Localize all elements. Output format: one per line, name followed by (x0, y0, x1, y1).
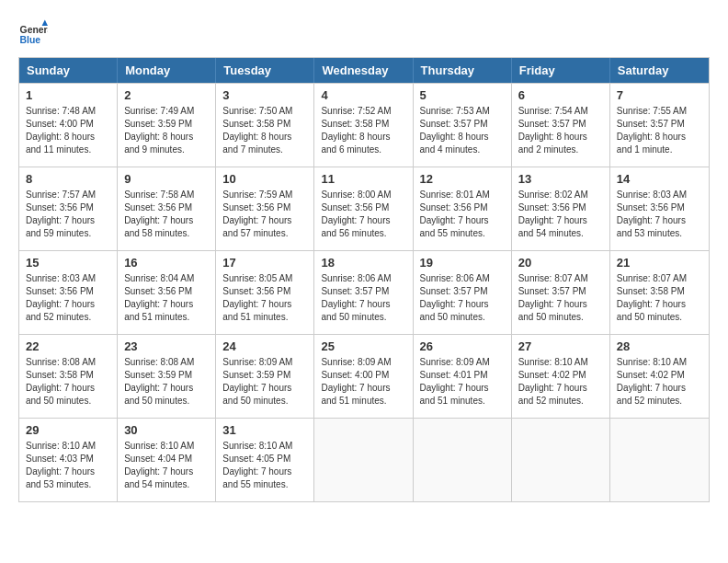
day-cell-13: 13Sunrise: 8:02 AM Sunset: 3:56 PM Dayli… (512, 167, 610, 250)
cell-info: Sunrise: 8:08 AM Sunset: 3:59 PM Dayligh… (124, 356, 209, 408)
header-day-thursday: Thursday (414, 58, 512, 83)
day-number: 26 (420, 339, 505, 353)
day-cell-12: 12Sunrise: 8:01 AM Sunset: 3:56 PM Dayli… (414, 167, 512, 250)
day-cell-23: 23Sunrise: 8:08 AM Sunset: 3:59 PM Dayli… (118, 335, 216, 418)
day-cell-24: 24Sunrise: 8:09 AM Sunset: 3:59 PM Dayli… (216, 335, 314, 418)
day-number: 1 (26, 88, 110, 102)
cell-info: Sunrise: 7:52 AM Sunset: 3:58 PM Dayligh… (321, 105, 405, 156)
day-number: 22 (26, 339, 110, 353)
day-cell-6: 6Sunrise: 7:54 AM Sunset: 3:57 PM Daylig… (512, 84, 610, 167)
day-cell-28: 28Sunrise: 8:10 AM Sunset: 4:02 PM Dayli… (610, 335, 709, 418)
day-number: 3 (222, 88, 307, 102)
calendar-week-4: 22Sunrise: 8:08 AM Sunset: 3:58 PM Dayli… (19, 334, 709, 418)
cell-info: Sunrise: 8:10 AM Sunset: 4:03 PM Dayligh… (26, 440, 110, 491)
cell-info: Sunrise: 7:57 AM Sunset: 3:56 PM Dayligh… (26, 189, 110, 240)
day-number: 19 (420, 256, 505, 270)
day-number: 24 (222, 339, 307, 353)
cell-info: Sunrise: 8:05 AM Sunset: 3:56 PM Dayligh… (222, 272, 307, 324)
day-number: 6 (518, 88, 603, 102)
empty-cell (314, 419, 413, 501)
cell-info: Sunrise: 8:01 AM Sunset: 3:56 PM Dayligh… (420, 189, 505, 240)
cell-info: Sunrise: 7:59 AM Sunset: 3:56 PM Dayligh… (222, 189, 307, 240)
cell-info: Sunrise: 8:10 AM Sunset: 4:02 PM Dayligh… (617, 356, 702, 408)
day-cell-8: 8Sunrise: 7:57 AM Sunset: 3:56 PM Daylig… (19, 167, 118, 250)
cell-info: Sunrise: 8:00 AM Sunset: 3:56 PM Dayligh… (321, 189, 405, 240)
day-cell-2: 2Sunrise: 7:49 AM Sunset: 3:59 PM Daylig… (118, 84, 216, 167)
day-cell-31: 31Sunrise: 8:10 AM Sunset: 4:05 PM Dayli… (216, 419, 314, 501)
calendar-week-5: 29Sunrise: 8:10 AM Sunset: 4:03 PM Dayli… (19, 418, 709, 501)
calendar-week-1: 1Sunrise: 7:48 AM Sunset: 4:00 PM Daylig… (19, 83, 709, 167)
day-number: 28 (617, 339, 702, 353)
day-number: 10 (222, 172, 307, 186)
day-cell-15: 15Sunrise: 8:03 AM Sunset: 3:56 PM Dayli… (19, 251, 118, 334)
cell-info: Sunrise: 8:03 AM Sunset: 3:56 PM Dayligh… (26, 272, 110, 324)
calendar: SundayMondayTuesdayWednesdayThursdayFrid… (18, 57, 710, 502)
day-number: 29 (26, 423, 110, 437)
cell-info: Sunrise: 8:09 AM Sunset: 4:00 PM Dayligh… (321, 356, 405, 408)
day-cell-22: 22Sunrise: 8:08 AM Sunset: 3:58 PM Dayli… (19, 335, 118, 418)
day-number: 18 (321, 256, 405, 270)
cell-info: Sunrise: 8:09 AM Sunset: 3:59 PM Dayligh… (222, 356, 307, 408)
cell-info: Sunrise: 7:50 AM Sunset: 3:58 PM Dayligh… (222, 105, 307, 156)
day-number: 31 (222, 423, 307, 437)
day-cell-5: 5Sunrise: 7:53 AM Sunset: 3:57 PM Daylig… (414, 84, 512, 167)
day-number: 21 (617, 256, 702, 270)
header-day-monday: Monday (118, 58, 216, 83)
cell-info: Sunrise: 8:03 AM Sunset: 3:56 PM Dayligh… (617, 189, 702, 240)
cell-info: Sunrise: 8:06 AM Sunset: 3:57 PM Dayligh… (420, 272, 505, 324)
day-cell-29: 29Sunrise: 8:10 AM Sunset: 4:03 PM Dayli… (19, 419, 118, 501)
svg-text:General: General (20, 25, 48, 35)
cell-info: Sunrise: 8:10 AM Sunset: 4:02 PM Dayligh… (518, 356, 603, 408)
cell-info: Sunrise: 8:07 AM Sunset: 3:57 PM Dayligh… (518, 272, 603, 324)
header-day-friday: Friday (512, 58, 610, 83)
cell-info: Sunrise: 7:58 AM Sunset: 3:56 PM Dayligh… (124, 189, 209, 240)
day-cell-18: 18Sunrise: 8:06 AM Sunset: 3:57 PM Dayli… (314, 251, 413, 334)
day-number: 14 (617, 172, 702, 186)
day-cell-9: 9Sunrise: 7:58 AM Sunset: 3:56 PM Daylig… (118, 167, 216, 250)
day-number: 17 (222, 256, 307, 270)
day-cell-3: 3Sunrise: 7:50 AM Sunset: 3:58 PM Daylig… (216, 84, 314, 167)
svg-marker-2 (42, 20, 48, 26)
day-number: 7 (617, 88, 702, 102)
day-cell-1: 1Sunrise: 7:48 AM Sunset: 4:00 PM Daylig… (19, 84, 118, 167)
cell-info: Sunrise: 8:09 AM Sunset: 4:01 PM Dayligh… (420, 356, 505, 408)
page-header: General Blue (18, 18, 710, 48)
day-cell-10: 10Sunrise: 7:59 AM Sunset: 3:56 PM Dayli… (216, 167, 314, 250)
logo-icon: General Blue (18, 18, 48, 48)
day-cell-17: 17Sunrise: 8:05 AM Sunset: 3:56 PM Dayli… (216, 251, 314, 334)
header-day-sunday: Sunday (19, 58, 118, 83)
day-number: 9 (124, 172, 209, 186)
empty-cell (512, 419, 610, 501)
cell-info: Sunrise: 8:06 AM Sunset: 3:57 PM Dayligh… (321, 272, 405, 324)
day-cell-30: 30Sunrise: 8:10 AM Sunset: 4:04 PM Dayli… (118, 419, 216, 501)
header-day-tuesday: Tuesday (216, 58, 314, 83)
cell-info: Sunrise: 8:02 AM Sunset: 3:56 PM Dayligh… (518, 189, 603, 240)
day-number: 5 (420, 88, 505, 102)
cell-info: Sunrise: 8:07 AM Sunset: 3:58 PM Dayligh… (617, 272, 702, 324)
day-number: 15 (26, 256, 110, 270)
day-cell-14: 14Sunrise: 8:03 AM Sunset: 3:56 PM Dayli… (610, 167, 709, 250)
day-number: 20 (518, 256, 603, 270)
cell-info: Sunrise: 7:54 AM Sunset: 3:57 PM Dayligh… (518, 105, 603, 156)
day-number: 4 (321, 88, 405, 102)
day-cell-11: 11Sunrise: 8:00 AM Sunset: 3:56 PM Dayli… (314, 167, 413, 250)
cell-info: Sunrise: 7:55 AM Sunset: 3:57 PM Dayligh… (617, 105, 702, 156)
cell-info: Sunrise: 7:48 AM Sunset: 4:00 PM Dayligh… (26, 105, 110, 156)
empty-cell (610, 419, 709, 501)
calendar-week-2: 8Sunrise: 7:57 AM Sunset: 3:56 PM Daylig… (19, 167, 709, 250)
day-number: 11 (321, 172, 405, 186)
day-cell-7: 7Sunrise: 7:55 AM Sunset: 3:57 PM Daylig… (610, 84, 709, 167)
header-day-wednesday: Wednesday (314, 58, 413, 83)
day-number: 8 (26, 172, 110, 186)
day-cell-26: 26Sunrise: 8:09 AM Sunset: 4:01 PM Dayli… (414, 335, 512, 418)
calendar-week-3: 15Sunrise: 8:03 AM Sunset: 3:56 PM Dayli… (19, 250, 709, 334)
day-number: 2 (124, 88, 209, 102)
day-cell-27: 27Sunrise: 8:10 AM Sunset: 4:02 PM Dayli… (512, 335, 610, 418)
day-number: 25 (321, 339, 405, 353)
day-number: 13 (518, 172, 603, 186)
cell-info: Sunrise: 8:10 AM Sunset: 4:04 PM Dayligh… (124, 440, 209, 491)
svg-text:Blue: Blue (20, 35, 41, 45)
day-number: 12 (420, 172, 505, 186)
day-number: 30 (124, 423, 209, 437)
cell-info: Sunrise: 7:49 AM Sunset: 3:59 PM Dayligh… (124, 105, 209, 156)
